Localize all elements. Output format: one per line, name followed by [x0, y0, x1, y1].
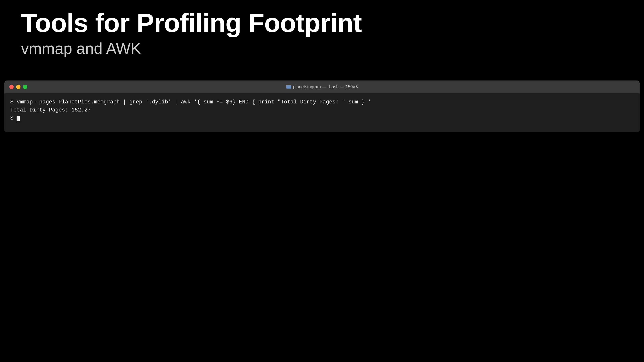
maximize-button[interactable] [23, 85, 27, 89]
terminal-titlebar: planetstagram — -bash — 159×5 [4, 80, 640, 93]
terminal-command-line: $ vmmap -pages PlanetPics.memgraph | gre… [10, 98, 634, 106]
terminal-cursor [16, 116, 20, 121]
close-button[interactable] [9, 85, 14, 89]
terminal-body[interactable]: $ vmmap -pages PlanetPics.memgraph | gre… [4, 93, 640, 132]
terminal-title: planetstagram — -bash — 159×5 [286, 84, 358, 90]
terminal-prompt-line: $ [10, 114, 634, 122]
terminal-window: planetstagram — -bash — 159×5 $ vmmap -p… [4, 80, 640, 132]
terminal-folder-icon [286, 85, 291, 88]
terminal-output-line: Total Dirty Pages: 152.27 [10, 106, 634, 114]
minimize-button[interactable] [16, 85, 20, 89]
main-title: Tools for Profiling Footprint [21, 8, 362, 38]
slide-title-block: Tools for Profiling Footprint vmmap and … [21, 8, 362, 58]
terminal-title-text: planetstagram — -bash — 159×5 [293, 84, 358, 90]
traffic-lights [9, 85, 27, 89]
sub-title: vmmap and AWK [21, 40, 362, 58]
